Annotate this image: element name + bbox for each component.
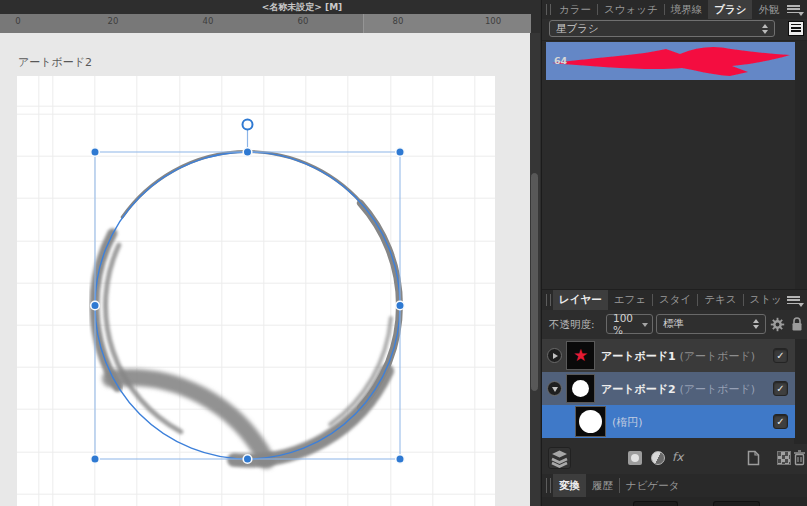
canvas-viewport[interactable]: アートボード2 (0, 33, 530, 506)
panel-menu-icon[interactable] (787, 4, 803, 15)
opacity-label: 不透明度: (549, 318, 595, 332)
select-spinner-icon (761, 23, 769, 35)
handle-top-left (91, 148, 100, 157)
check-icon: ✓ (776, 383, 784, 394)
handle-top-center (243, 148, 252, 157)
title-bar: <名称未設定> [M] (0, 0, 540, 14)
star-icon: ★ (573, 347, 588, 364)
panel-menu-icon[interactable] (787, 295, 803, 306)
layer-type: (楕円) (612, 415, 643, 430)
adjustment-layer-icon[interactable] (651, 451, 665, 465)
opacity-select[interactable]: 100 % (606, 314, 653, 334)
horizontal-ruler: 0 20 40 60 80 100 (0, 14, 531, 33)
expand-collapsed-icon[interactable] (547, 348, 562, 363)
brush-list-scroll-gutter[interactable] (795, 41, 807, 290)
app-window: <名称未設定> [M] 0 20 40 60 80 100 アートボード2 (0, 0, 807, 506)
transform-field-stub[interactable] (633, 501, 678, 506)
check-icon: ✓ (776, 350, 784, 361)
layers-scroll-gutter[interactable] (794, 339, 807, 444)
rotation-handle[interactable] (243, 120, 253, 130)
ruler-corner (530, 0, 540, 33)
layer-name: アートボード2 (アートボード) (601, 382, 755, 397)
tab-stock[interactable]: ストッ (744, 290, 788, 310)
tab-appearance[interactable]: 外観 (752, 0, 785, 19)
handle-bottom-center (243, 455, 252, 464)
tab-stroke[interactable]: 境界線 (665, 0, 709, 19)
layer-row-ellipse[interactable]: (楕円) ✓ (542, 405, 795, 438)
bottom-panel-tabbar: 変換 履歴 ナビゲータ (542, 474, 807, 497)
lock-icon[interactable] (791, 316, 803, 332)
layer-type: (アートボード) (680, 383, 756, 396)
circle-icon (579, 410, 602, 433)
window-title: <名称未設定> [M] (262, 1, 342, 14)
mask-layer-icon[interactable] (628, 451, 642, 465)
ruler-tick-marks (0, 14, 531, 33)
shape-overlay (0, 33, 530, 506)
layer-row-artboard2[interactable]: アートボード2 (アートボード) ✓ (542, 372, 795, 405)
visibility-checkbox[interactable]: ✓ (773, 414, 788, 429)
brush-list-view-button[interactable] (788, 21, 804, 36)
caret-down-icon (798, 303, 804, 307)
layer-thumbnail[interactable] (575, 406, 606, 437)
layers-stack-icon (549, 448, 570, 468)
handle-bottom-left (91, 455, 100, 464)
circle-icon (572, 380, 589, 397)
tab-history[interactable]: 履歴 (586, 474, 619, 497)
layer-thumbnail[interactable] (566, 374, 595, 403)
brush-list: 64 (542, 40, 807, 289)
handle-top-right (396, 148, 405, 157)
transform-field-stub[interactable] (713, 501, 760, 506)
scrollbar-thumb[interactable] (531, 173, 538, 391)
layer-row-artboard1[interactable]: ★ アートボード1 (アートボード) ✓ (542, 339, 795, 372)
tab-swatches[interactable]: スウォッチ (598, 0, 664, 19)
caret-down-icon (798, 12, 804, 16)
fx-icon[interactable]: fx (672, 450, 683, 464)
panel-drag-handle[interactable] (546, 4, 551, 15)
panel-drag-handle[interactable] (546, 294, 551, 306)
layers-toolbar: fx (542, 444, 807, 473)
select-spinner-icon (752, 318, 760, 330)
visibility-checkbox[interactable]: ✓ (773, 381, 788, 396)
layers-panel-tabbar: レイヤー エフェ スタイ テキス ストッ (542, 290, 807, 310)
blend-mode-value: 標準 (663, 317, 684, 331)
brush-category-value: 星ブラシ (556, 22, 599, 36)
visibility-checkbox[interactable]: ✓ (773, 348, 788, 363)
expand-expanded-icon[interactable] (547, 381, 562, 396)
layer-name: アートボード1 (アートボード) (601, 349, 755, 364)
handle-bottom-right (396, 455, 405, 464)
edit-all-layers-button[interactable] (548, 447, 571, 469)
brush-stroke-preview (546, 42, 795, 80)
right-panel: カラー スウォッチ 境界線 ブラシ 外観 星ブラシ (541, 0, 807, 506)
layer-thumbnail[interactable]: ★ (566, 341, 595, 370)
brush-item-star-64[interactable]: 64 (546, 42, 795, 80)
new-layer-icon[interactable] (747, 450, 760, 466)
brush-panel-tabbar: カラー スウォッチ 境界線 ブラシ 外観 (542, 0, 807, 19)
brush-category-select[interactable]: 星ブラシ (549, 20, 775, 37)
check-icon: ✓ (776, 416, 784, 427)
handle-mid-left (91, 301, 100, 310)
layer-options-row: 不透明度: 100 % 標準 (542, 310, 807, 339)
tab-effects[interactable]: エフェ (608, 290, 652, 310)
tab-navigator[interactable]: ナビゲータ (620, 474, 685, 497)
tab-brush[interactable]: ブラシ (708, 0, 752, 19)
tab-transform[interactable]: 変換 (553, 474, 586, 497)
checkerboard-icon[interactable] (777, 451, 791, 465)
panel-drag-handle[interactable] (546, 478, 551, 493)
layer-type: (アートボード) (680, 350, 756, 363)
transform-panel-edge (542, 497, 807, 506)
tab-text[interactable]: テキス (698, 290, 742, 310)
trash-icon[interactable] (793, 450, 806, 466)
layers-list: ★ アートボード1 (アートボード) ✓ アートボード2 (アートボード) ✓ … (542, 339, 795, 438)
gear-icon[interactable] (770, 317, 785, 332)
tab-layers[interactable]: レイヤー (553, 290, 608, 310)
brush-size-label: 64 (554, 55, 567, 66)
tab-color[interactable]: カラー (553, 0, 597, 19)
blend-mode-select[interactable]: 標準 (656, 314, 766, 334)
chevron-down-icon (642, 323, 648, 327)
vertical-scrollbar[interactable] (530, 33, 540, 506)
list-view-icon (791, 24, 801, 33)
tab-styles[interactable]: スタイ (653, 290, 697, 310)
handle-mid-right (396, 301, 405, 310)
